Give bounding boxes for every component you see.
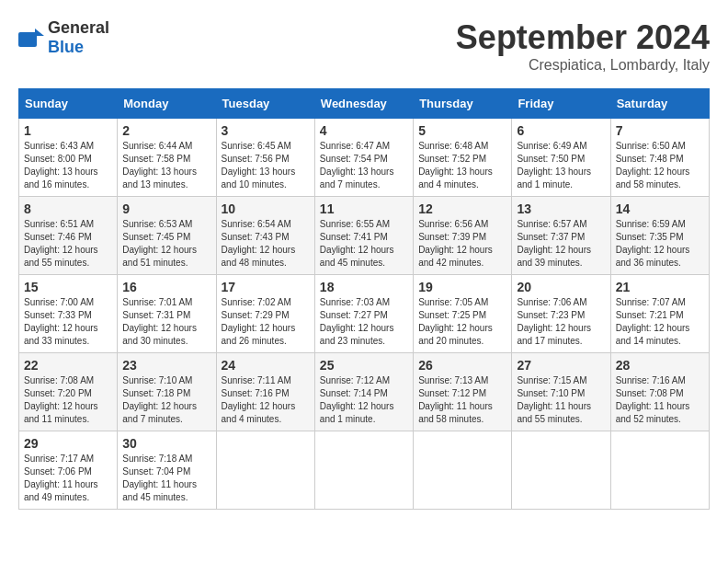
week-row-4: 29Sunrise: 7:17 AMSunset: 7:06 PMDayligh…: [19, 431, 710, 510]
day-info: Sunrise: 6:59 AMSunset: 7:35 PMDaylight:…: [616, 218, 704, 270]
calendar-cell: 19Sunrise: 7:05 AMSunset: 7:25 PMDayligh…: [414, 275, 512, 353]
day-info: Sunrise: 7:11 AMSunset: 7:16 PMDaylight:…: [222, 374, 310, 426]
day-number: 28: [616, 358, 704, 373]
day-info: Sunrise: 7:03 AMSunset: 7:27 PMDaylight:…: [320, 296, 408, 348]
weekday-header-friday: Friday: [512, 89, 610, 119]
calendar-cell: 12Sunrise: 6:56 AMSunset: 7:39 PMDayligh…: [414, 197, 512, 275]
day-number: 22: [24, 358, 112, 373]
day-number: 15: [24, 280, 112, 294]
day-number: 16: [122, 280, 210, 294]
day-info: Sunrise: 6:43 AMSunset: 8:00 PMDaylight:…: [24, 140, 112, 191]
svg-marker-1: [35, 29, 44, 36]
day-number: 24: [222, 358, 310, 373]
day-info: Sunrise: 6:56 AMSunset: 7:39 PMDaylight:…: [418, 218, 506, 270]
calendar-cell: 27Sunrise: 7:15 AMSunset: 7:10 PMDayligh…: [512, 353, 610, 431]
day-info: Sunrise: 6:50 AMSunset: 7:48 PMDaylight:…: [616, 140, 704, 191]
location-title: Crespiatica, Lombardy, Italy: [456, 57, 710, 74]
calendar-cell: 6Sunrise: 6:49 AMSunset: 7:50 PMDaylight…: [512, 119, 610, 197]
calendar-cell: [314, 431, 413, 510]
calendar-cell: 15Sunrise: 7:00 AMSunset: 7:33 PMDayligh…: [19, 275, 118, 353]
calendar-cell: 28Sunrise: 7:16 AMSunset: 7:08 PMDayligh…: [610, 353, 709, 431]
day-number: 21: [616, 280, 704, 294]
day-number: 30: [122, 436, 210, 451]
calendar-cell: 30Sunrise: 7:18 AMSunset: 7:04 PMDayligh…: [118, 431, 216, 510]
day-info: Sunrise: 6:55 AMSunset: 7:41 PMDaylight:…: [320, 218, 408, 270]
day-info: Sunrise: 7:05 AMSunset: 7:25 PMDaylight:…: [418, 296, 506, 348]
day-info: Sunrise: 7:02 AMSunset: 7:29 PMDaylight:…: [222, 296, 310, 348]
day-info: Sunrise: 6:44 AMSunset: 7:58 PMDaylight:…: [122, 140, 210, 191]
calendar-cell: 22Sunrise: 7:08 AMSunset: 7:20 PMDayligh…: [19, 353, 118, 431]
calendar-cell: 14Sunrise: 6:59 AMSunset: 7:35 PMDayligh…: [610, 197, 709, 275]
week-row-0: 1Sunrise: 6:43 AMSunset: 8:00 PMDaylight…: [19, 119, 710, 197]
day-info: Sunrise: 7:18 AMSunset: 7:04 PMDaylight:…: [122, 453, 210, 504]
day-number: 9: [122, 201, 210, 216]
day-info: Sunrise: 6:54 AMSunset: 7:43 PMDaylight:…: [222, 218, 310, 270]
calendar-cell: 7Sunrise: 6:50 AMSunset: 7:48 PMDaylight…: [610, 119, 709, 197]
logo-general-text: General: [48, 18, 109, 37]
calendar-cell: 25Sunrise: 7:12 AMSunset: 7:14 PMDayligh…: [314, 353, 413, 431]
day-number: 1: [24, 123, 112, 138]
day-info: Sunrise: 6:47 AMSunset: 7:54 PMDaylight:…: [320, 140, 408, 191]
day-number: 8: [24, 201, 112, 216]
day-number: 4: [320, 123, 408, 138]
weekday-header-sunday: Sunday: [19, 89, 118, 119]
logo-blue-text: Blue: [48, 38, 84, 56]
day-info: Sunrise: 7:01 AMSunset: 7:31 PMDaylight:…: [122, 296, 210, 348]
calendar-cell: [512, 431, 610, 510]
day-number: 19: [418, 280, 506, 294]
calendar-cell: 2Sunrise: 6:44 AMSunset: 7:58 PMDaylight…: [118, 119, 216, 197]
day-info: Sunrise: 7:10 AMSunset: 7:18 PMDaylight:…: [122, 374, 210, 426]
day-number: 3: [222, 123, 310, 138]
calendar-cell: 5Sunrise: 6:48 AMSunset: 7:52 PMDaylight…: [414, 119, 512, 197]
calendar-cell: 21Sunrise: 7:07 AMSunset: 7:21 PMDayligh…: [610, 275, 709, 353]
day-number: 7: [616, 123, 704, 138]
day-number: 14: [616, 201, 704, 216]
calendar-cell: 17Sunrise: 7:02 AMSunset: 7:29 PMDayligh…: [216, 275, 314, 353]
day-info: Sunrise: 6:53 AMSunset: 7:45 PMDaylight:…: [122, 218, 210, 270]
day-info: Sunrise: 7:13 AMSunset: 7:12 PMDaylight:…: [418, 374, 506, 426]
day-number: 18: [320, 280, 408, 294]
calendar-cell: 4Sunrise: 6:47 AMSunset: 7:54 PMDaylight…: [314, 119, 413, 197]
day-number: 23: [122, 358, 210, 373]
day-number: 2: [122, 123, 210, 138]
day-number: 20: [517, 280, 605, 294]
calendar-cell: 9Sunrise: 6:53 AMSunset: 7:45 PMDaylight…: [118, 197, 216, 275]
weekday-header-monday: Monday: [118, 89, 216, 119]
day-info: Sunrise: 7:07 AMSunset: 7:21 PMDaylight:…: [616, 296, 704, 348]
weekday-header-saturday: Saturday: [610, 89, 709, 119]
day-number: 6: [517, 123, 605, 138]
day-info: Sunrise: 6:51 AMSunset: 7:46 PMDaylight:…: [24, 218, 112, 270]
day-number: 25: [320, 358, 408, 373]
calendar-cell: 20Sunrise: 7:06 AMSunset: 7:23 PMDayligh…: [512, 275, 610, 353]
day-info: Sunrise: 7:00 AMSunset: 7:33 PMDaylight:…: [24, 296, 112, 348]
day-info: Sunrise: 6:49 AMSunset: 7:50 PMDaylight:…: [517, 140, 605, 191]
calendar-cell: 8Sunrise: 6:51 AMSunset: 7:46 PMDaylight…: [19, 197, 118, 275]
week-row-1: 8Sunrise: 6:51 AMSunset: 7:46 PMDaylight…: [19, 197, 710, 275]
title-area: September 2024 Crespiatica, Lombardy, It…: [456, 18, 710, 74]
weekday-header-row: SundayMondayTuesdayWednesdayThursdayFrid…: [19, 89, 710, 119]
day-number: 11: [320, 201, 408, 216]
calendar-cell: 29Sunrise: 7:17 AMSunset: 7:06 PMDayligh…: [19, 431, 118, 510]
calendar-cell: [216, 431, 314, 510]
svg-rect-0: [18, 32, 37, 47]
calendar-cell: 23Sunrise: 7:10 AMSunset: 7:18 PMDayligh…: [118, 353, 216, 431]
calendar-cell: [414, 431, 512, 510]
day-number: 27: [517, 358, 605, 373]
logo-icon: [18, 29, 44, 47]
day-info: Sunrise: 7:06 AMSunset: 7:23 PMDaylight:…: [517, 296, 605, 348]
calendar-cell: [610, 431, 709, 510]
calendar-table: SundayMondayTuesdayWednesdayThursdayFrid…: [18, 88, 710, 510]
day-info: Sunrise: 7:17 AMSunset: 7:06 PMDaylight:…: [24, 453, 112, 504]
day-number: 12: [418, 201, 506, 216]
logo: General Blue: [18, 18, 109, 57]
header: General Blue September 2024 Crespiatica,…: [18, 18, 710, 74]
calendar-cell: 11Sunrise: 6:55 AMSunset: 7:41 PMDayligh…: [314, 197, 413, 275]
day-number: 17: [222, 280, 310, 294]
day-info: Sunrise: 6:57 AMSunset: 7:37 PMDaylight:…: [517, 218, 605, 270]
calendar-cell: 24Sunrise: 7:11 AMSunset: 7:16 PMDayligh…: [216, 353, 314, 431]
day-info: Sunrise: 7:08 AMSunset: 7:20 PMDaylight:…: [24, 374, 112, 426]
calendar-cell: 13Sunrise: 6:57 AMSunset: 7:37 PMDayligh…: [512, 197, 610, 275]
day-number: 10: [222, 201, 310, 216]
day-number: 29: [24, 436, 112, 451]
week-row-3: 22Sunrise: 7:08 AMSunset: 7:20 PMDayligh…: [19, 353, 710, 431]
